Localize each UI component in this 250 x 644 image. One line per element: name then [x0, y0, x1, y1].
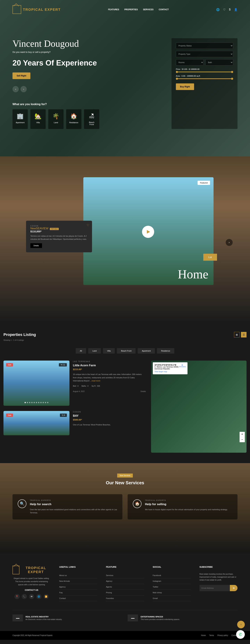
- map[interactable]: ◆Directions 19°19'01.5"N 69°33'33.1"W C.…: [151, 360, 247, 453]
- status-select[interactable]: Property Status: [176, 42, 233, 49]
- grid-view-icon[interactable]: ⊞: [234, 332, 240, 338]
- type-select[interactable]: Property Type: [176, 51, 233, 57]
- area-slider[interactable]: [176, 78, 233, 79]
- footer-link[interactable]: Agency: [59, 584, 97, 590]
- footer-link[interactable]: Instagram: [153, 578, 191, 584]
- currency-icon[interactable]: $: [229, 8, 231, 11]
- play-icon[interactable]: [142, 226, 154, 238]
- nav-contact[interactable]: CONTACT: [159, 8, 169, 11]
- looking-title: What are you looking for?: [12, 103, 99, 106]
- feature-heading: FEATURE: [106, 566, 144, 568]
- globe-icon[interactable]: 🌐: [36, 594, 41, 599]
- footer-link[interactable]: Gmail: [153, 596, 191, 601]
- copy-link[interactable]: Terms: [209, 634, 214, 636]
- filter-res[interactable]: Residence: [157, 348, 174, 354]
- price-slider[interactable]: [176, 72, 233, 72]
- map-coords: 19°19'01.5"N 69°33'33.1"W: [155, 364, 176, 366]
- footer-link[interactable]: Faq: [59, 590, 97, 596]
- whatsapp-icon[interactable]: ✆: [236, 630, 245, 639]
- cat-apartment[interactable]: 🏢Apartment: [12, 109, 28, 129]
- services-badge: New Services: [117, 474, 133, 478]
- filter-beach[interactable]: Beach Front: [117, 348, 136, 354]
- featured-tag: Featured: [198, 181, 210, 185]
- property-card[interactable]: Sale 📷 11 LAS TERRENAS Little Acorn Farm…: [3, 360, 146, 406]
- nav-properties[interactable]: PROPERTIES: [124, 8, 138, 11]
- globe-icon[interactable]: 🌐: [216, 8, 220, 11]
- home-icon: 🏠: [133, 500, 142, 508]
- wifi-icon[interactable]: 📶: [43, 594, 49, 599]
- listings-title: Properties Listing: [3, 332, 36, 337]
- bath-select[interactable]: Bath: [205, 59, 233, 66]
- rooms-select[interactable]: Rooms: [176, 59, 204, 66]
- subscribe-heading: SUBSCRIBE: [200, 566, 238, 568]
- zoom-in[interactable]: +: [240, 432, 245, 437]
- details-button[interactable]: Details: [30, 243, 42, 248]
- heart-icon[interactable]: ♡: [223, 8, 226, 11]
- prev-arrow[interactable]: ‹: [12, 86, 19, 92]
- service-card: 🔍 TROPICAL EXPERTS Help for search Over …: [12, 494, 122, 520]
- footer-link[interactable]: Agency: [106, 578, 144, 584]
- filter-apt[interactable]: Apartment: [138, 348, 155, 354]
- email-input[interactable]: [200, 585, 230, 591]
- larger-map-link[interactable]: View larger map: [155, 371, 186, 372]
- footer-link[interactable]: Contact: [59, 596, 97, 601]
- cat-beachfront[interactable]: 🏖Beach Front: [84, 109, 99, 129]
- search-icon: 🔍: [18, 500, 26, 508]
- sale-badge: FOR SALE: [50, 228, 59, 230]
- property-card[interactable]: Sale 📷 6 COSON BAY $589.00* One of Las T…: [3, 411, 146, 435]
- prop-name[interactable]: Little Acorn Farm: [73, 364, 146, 367]
- filter-land[interactable]: Land: [88, 348, 101, 354]
- card-title: ENTERTAINING SPACES: [141, 616, 180, 618]
- filter-all[interactable]: All: [76, 348, 86, 354]
- bath-count: Baths : 4: [82, 385, 88, 387]
- contact-heading: CONTACT US: [12, 589, 50, 591]
- footer-link[interactable]: Services: [106, 572, 144, 578]
- next-arrow[interactable]: ›: [20, 86, 27, 92]
- footer-link[interactable]: Twitter: [153, 584, 191, 590]
- map-pin-icon[interactable]: 📍: [14, 594, 20, 599]
- featured-image: Featured Lot Home: [83, 177, 214, 285]
- cat-residence[interactable]: 🏠Residance: [66, 109, 81, 129]
- footer-link[interactable]: Agents: [106, 584, 144, 590]
- bed-count: Bed : 4: [73, 385, 78, 387]
- copy-link[interactable]: Privacy policy: [217, 634, 228, 636]
- footer-link[interactable]: New Arrivals: [59, 578, 97, 584]
- featured-title[interactable]: NewSEAVIEW: [30, 227, 48, 230]
- home-text: Home: [178, 267, 208, 282]
- nav-features[interactable]: FEATURES: [108, 8, 119, 11]
- directions-link[interactable]: ◆Directions: [179, 364, 186, 368]
- cat-villa[interactable]: 🏡Villa: [30, 109, 46, 129]
- footer-link[interactable]: Favorites: [106, 596, 144, 601]
- scroll-top-icon[interactable]: ↑: [237, 621, 245, 628]
- footer-link[interactable]: Facebook: [153, 572, 191, 578]
- prop-date: August 4, 2022: [73, 390, 85, 392]
- phone-icon[interactable]: 📞: [22, 594, 27, 599]
- sell-button[interactable]: Sell Right: [12, 72, 30, 79]
- footer-about: Elegant retreat in a quiet Coral Gables …: [12, 577, 50, 586]
- carousel-next[interactable]: ›: [226, 239, 233, 246]
- read-more-link[interactable]: ...read more: [90, 380, 100, 382]
- favorite-icon[interactable]: ♡: [87, 223, 89, 227]
- footer-link[interactable]: Pricing: [106, 590, 144, 596]
- prop-name[interactable]: BAY: [73, 414, 146, 418]
- details-link[interactable]: Details: [140, 390, 146, 392]
- copy-link[interactable]: Home: [201, 634, 206, 636]
- footer-link[interactable]: About us: [59, 572, 97, 578]
- buy-button[interactable]: Buy Right: [176, 84, 194, 90]
- featured-location: COSON: [30, 225, 88, 227]
- logo[interactable]: TROPICAL EXPERT: [12, 5, 61, 14]
- service-tag: TROPICAL EXPERTS: [145, 500, 228, 501]
- mail-icon[interactable]: ✉: [29, 594, 34, 599]
- featured-price: $110,000*: [30, 230, 88, 233]
- lot-button[interactable]: Lot: [203, 254, 217, 261]
- footer-link[interactable]: Mail chimp: [153, 590, 191, 596]
- nav-services[interactable]: SERVICES: [143, 8, 154, 11]
- zoom-out[interactable]: −: [240, 437, 245, 442]
- list-view-icon[interactable]: ☰: [241, 332, 247, 338]
- user-icon[interactable]: 👤: [234, 8, 238, 11]
- hero-subtitle: Do you want to buy or sell a property?: [12, 51, 99, 53]
- cat-land[interactable]: 🌴Land: [48, 109, 63, 129]
- filter-villa[interactable]: Villa: [103, 348, 115, 354]
- submit-icon[interactable]: ✈: [230, 585, 238, 591]
- sale-tag: Sale: [6, 414, 13, 417]
